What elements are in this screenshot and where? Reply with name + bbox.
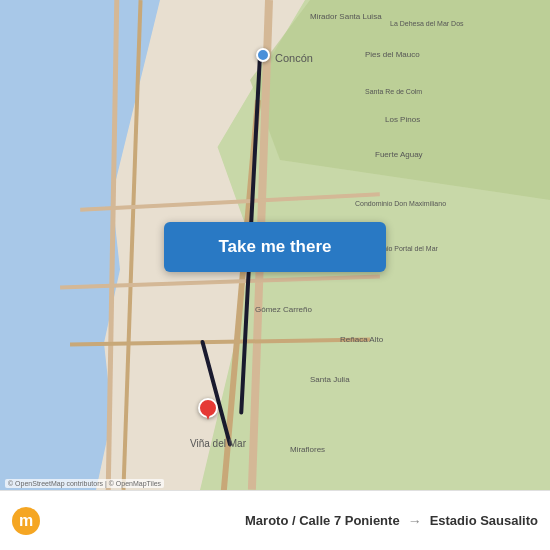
map-label: Condominio Don Maximiliano — [355, 200, 446, 207]
route-arrow: → — [408, 513, 422, 529]
map-label: Gómez Carreño — [255, 305, 312, 314]
bottom-bar: m Maroto / Calle 7 Poniente → Estadio Sa… — [0, 490, 550, 550]
map-container: Mirador Santa LuisaLa Dehesa del Mar Dos… — [0, 0, 550, 490]
map-label: La Dehesa del Mar Dos — [390, 20, 464, 27]
map-label: Concón — [275, 52, 313, 64]
destination-marker — [195, 398, 217, 426]
map-label: Fuerte Aguay — [375, 150, 423, 159]
map-label: Miraflores — [290, 445, 325, 454]
map-attribution: © OpenStreetMap contributors | © OpenMap… — [5, 479, 164, 488]
route-from: Maroto / Calle 7 Poniente — [245, 513, 400, 528]
origin-marker — [256, 48, 270, 62]
map-label: Reñaca Alto — [340, 335, 383, 344]
route-info: Maroto / Calle 7 Poniente → Estadio Saus… — [245, 513, 538, 529]
route-to: Estadio Sausalito — [430, 513, 538, 528]
take-me-there-label: Take me there — [218, 237, 331, 257]
map-label: Santa Julia — [310, 375, 350, 384]
map-label: Los Pinos — [385, 115, 420, 124]
map-label: Santa Re de Colm — [365, 88, 422, 95]
map-label: Pies del Mauco — [365, 50, 420, 59]
moovit-icon: m — [12, 507, 40, 535]
take-me-there-button[interactable]: Take me there — [164, 222, 386, 272]
moovit-logo: m — [12, 507, 40, 535]
map-label: Viña del Mar — [190, 438, 246, 449]
map-label: Mirador Santa Luisa — [310, 12, 382, 21]
